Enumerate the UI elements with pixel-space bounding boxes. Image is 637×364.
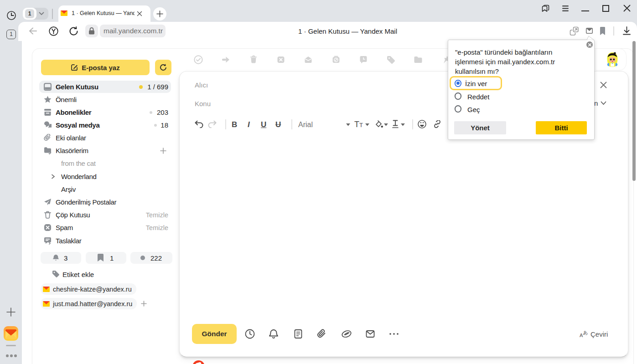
svg-text:あ: あ: [583, 330, 588, 335]
